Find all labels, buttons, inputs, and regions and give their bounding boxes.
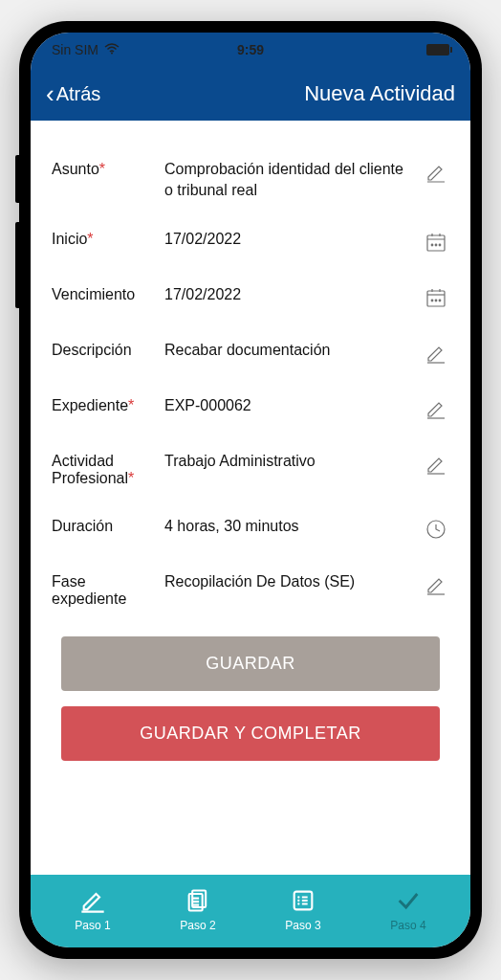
tab-bar: Paso 1 Paso 2 Paso 3 Paso 4 — [31, 875, 470, 947]
pencil-icon — [425, 573, 447, 596]
status-right — [426, 44, 449, 56]
field-vencimiento: Vencimiento 17/02/2022 — [52, 284, 449, 311]
pick-inicio-button[interactable] — [423, 229, 449, 256]
app-screen: Sin SIM 9:59 ‹ Atrás Nueva Actividad Asu… — [31, 33, 470, 947]
expediente-value: EXP-000062 — [164, 395, 413, 416]
field-duracion: Duración 4 horas, 30 minutos — [52, 516, 449, 543]
tab-step3[interactable]: Paso 3 — [250, 886, 356, 932]
svg-point-13 — [435, 300, 437, 301]
phone-frame: Sin SIM 9:59 ‹ Atrás Nueva Actividad Asu… — [19, 21, 482, 959]
tab-label: Paso 1 — [75, 919, 110, 932]
svg-rect-2 — [427, 235, 445, 251]
battery-icon — [426, 44, 449, 56]
svg-rect-9 — [427, 291, 445, 306]
back-label: Atrás — [56, 83, 101, 105]
fase-value: Recopilación De Datos (SE) — [164, 571, 413, 592]
svg-point-0 — [111, 53, 113, 55]
field-asunto: Asunto* Comprobación identidad del clien… — [52, 159, 449, 200]
fase-label: Fase expediente — [52, 571, 155, 608]
form-content: Asunto* Comprobación identidad del clien… — [31, 121, 470, 875]
descripcion-value: Recabar documentación — [164, 340, 413, 361]
descripcion-label: Descripción — [52, 340, 155, 359]
status-bar: Sin SIM 9:59 — [31, 33, 470, 67]
nav-bar: ‹ Atrás Nueva Actividad — [31, 67, 470, 121]
svg-point-8 — [439, 244, 441, 246]
inicio-label: Inicio* — [52, 229, 155, 248]
back-button[interactable]: ‹ Atrás — [46, 81, 100, 106]
tab-label: Paso 2 — [180, 919, 215, 932]
status-left: Sin SIM — [52, 42, 120, 57]
expediente-label: Expediente* — [52, 395, 155, 414]
actividad-value: Trabajo Administrativo — [164, 451, 413, 472]
pencil-icon — [425, 161, 447, 184]
field-descripcion: Descripción Recabar documentación — [52, 340, 449, 367]
actividad-label: Actividad Profesional* — [52, 451, 155, 487]
edit-fase-button[interactable] — [423, 571, 449, 598]
page-title: Nueva Actividad — [304, 81, 455, 106]
svg-point-15 — [439, 300, 441, 301]
edit-asunto-button[interactable] — [423, 159, 449, 186]
field-expediente: Expediente* EXP-000062 — [52, 395, 449, 422]
field-actividad: Actividad Profesional* Trabajo Administr… — [52, 451, 449, 487]
tab-label: Paso 3 — [285, 919, 320, 932]
pick-vencimiento-button[interactable] — [423, 284, 449, 311]
check-icon — [394, 886, 423, 915]
carrier-label: Sin SIM — [52, 42, 98, 57]
clock-icon — [425, 518, 447, 541]
edit-descripcion-button[interactable] — [423, 340, 449, 367]
svg-point-7 — [431, 244, 433, 246]
field-inicio: Inicio* 17/02/2022 — [52, 229, 449, 256]
chevron-left-icon: ‹ — [46, 81, 54, 106]
pencil-icon — [78, 886, 107, 915]
calendar-icon — [425, 286, 447, 309]
duracion-value: 4 horas, 30 minutos — [164, 516, 413, 537]
duracion-label: Duración — [52, 516, 155, 535]
svg-point-6 — [435, 244, 437, 246]
save-button[interactable]: GUARDAR — [61, 636, 440, 691]
edit-expediente-button[interactable] — [423, 395, 449, 422]
save-complete-button[interactable]: GUARDAR Y COMPLETAR — [61, 706, 440, 761]
inicio-value: 17/02/2022 — [164, 229, 413, 250]
edit-actividad-button[interactable] — [423, 451, 449, 478]
pick-duracion-button[interactable] — [423, 516, 449, 543]
copy-icon — [184, 886, 212, 915]
svg-point-14 — [431, 300, 433, 301]
asunto-label: Asunto* — [52, 159, 155, 178]
tab-step2[interactable]: Paso 2 — [145, 886, 250, 932]
pencil-icon — [425, 453, 447, 476]
wifi-icon — [104, 42, 120, 57]
asunto-value: Comprobación identidad del cliente o tri… — [164, 159, 413, 200]
field-fase: Fase expediente Recopilación De Datos (S… — [52, 571, 449, 608]
vencimiento-label: Vencimiento — [52, 284, 155, 303]
calendar-icon — [425, 231, 447, 254]
tab-step1[interactable]: Paso 1 — [40, 886, 145, 932]
tab-step4[interactable]: Paso 4 — [356, 886, 461, 932]
pencil-icon — [425, 342, 447, 365]
vencimiento-value: 17/02/2022 — [164, 284, 413, 305]
list-icon — [289, 886, 317, 915]
pencil-icon — [425, 397, 447, 420]
tab-label: Paso 4 — [390, 919, 425, 932]
